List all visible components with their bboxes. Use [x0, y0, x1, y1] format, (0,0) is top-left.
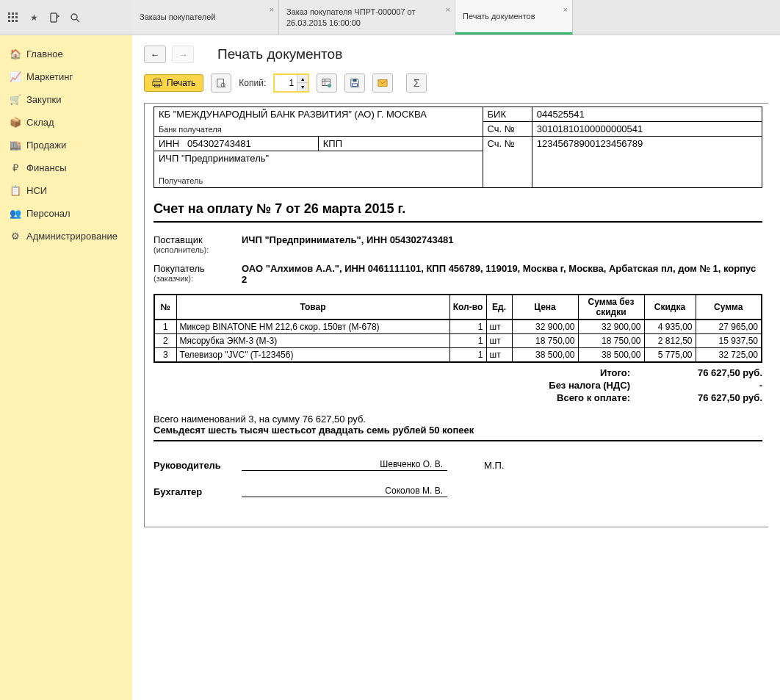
sidebar-item-sales[interactable]: 🏬Продажи — [0, 134, 132, 156]
svg-rect-12 — [153, 82, 162, 85]
close-icon[interactable]: × — [563, 4, 568, 15]
history-icon[interactable] — [48, 12, 60, 24]
sidebar-item-admin[interactable]: ⚙Администрирование — [0, 225, 132, 248]
supplier-sublabel: (исполнитель): — [154, 245, 227, 254]
bik-value: 044525541 — [537, 109, 585, 120]
divider — [154, 221, 762, 223]
total-topay: 76 627,50 руб. — [630, 392, 762, 403]
svg-rect-9 — [51, 13, 57, 22]
col-name: Товар — [176, 295, 449, 320]
acc-label: Сч. № — [488, 123, 515, 134]
buyer-value: ОАО "Алхимов А.А.", ИНН 0461111101, КПП … — [242, 263, 762, 285]
sidebar-item-label: Главное — [26, 48, 63, 59]
sidebar-item-marketing[interactable]: 📈Маркетинг — [0, 65, 132, 88]
divider — [154, 440, 762, 441]
svg-rect-6 — [8, 20, 10, 22]
svg-rect-8 — [15, 20, 18, 22]
acc-value: 12345678900123456789 — [537, 138, 643, 149]
copies-stepper[interactable]: ▲ ▼ — [273, 73, 309, 93]
svg-rect-0 — [8, 12, 10, 15]
tab-print-docs[interactable]: Печать документов × — [455, 0, 573, 35]
sidebar-item-personnel[interactable]: 👥Персонал — [0, 202, 132, 225]
sidebar-item-finance[interactable]: ₽Финансы — [0, 156, 132, 179]
head-name: Шевченко О. В. — [242, 459, 447, 471]
printer-icon — [152, 78, 162, 88]
supplier-value: ИЧП "Предприниматель", ИНН 054302743481 — [242, 234, 762, 254]
summary: Всего наименований 3, на сумму 76 627,50… — [154, 414, 762, 436]
print-button[interactable]: Печать — [144, 74, 203, 92]
sidebar-item-nsi[interactable]: 📋НСИ — [0, 179, 132, 202]
inn-value: 054302743481 — [187, 138, 251, 149]
tab-orders[interactable]: Заказы покупателей × — [132, 0, 279, 35]
close-icon[interactable]: × — [270, 4, 274, 15]
supplier-label: Поставщик — [154, 234, 227, 245]
sigma-button[interactable]: Σ — [406, 73, 427, 93]
col-sum: Сумма — [696, 295, 762, 320]
apps-icon[interactable] — [7, 12, 19, 24]
chart-icon: 📈 — [10, 72, 21, 82]
total-novat: - — [630, 380, 762, 391]
forward-button[interactable]: → — [172, 46, 194, 63]
sidebar-item-label: Финансы — [26, 162, 67, 173]
svg-point-10 — [71, 14, 77, 20]
list-icon: 📋 — [10, 186, 21, 196]
gear-icon: ⚙ — [10, 231, 21, 242]
save-button[interactable] — [344, 73, 365, 93]
buyer-label: Покупатель — [154, 263, 227, 274]
nav-row: ← → Печать документов — [144, 46, 768, 63]
tab-label: Заказ покупателя ЧПРТ-000007 от 26.03.20… — [286, 7, 447, 28]
col-qty: Кол-во — [449, 295, 486, 320]
acc-label: Бухгалтер — [154, 486, 242, 497]
preview-button[interactable] — [211, 73, 231, 93]
total-itogo-label: Итого: — [600, 367, 630, 378]
copies-down[interactable]: ▼ — [297, 83, 308, 91]
kpp-label: КПП — [323, 138, 342, 149]
summary-words: Семьдесят шесть тысяч шестьсот двадцать … — [154, 425, 762, 436]
bank-table: КБ "МЕЖДУНАРОДНЫЙ БАНК РАЗВИТИЯ" (АО) Г.… — [154, 107, 762, 188]
head-label: Руководитель — [154, 460, 242, 471]
mail-button[interactable] — [372, 73, 393, 93]
table-row: 2Мясорубка ЭКМ-3 (M-3)1шт18 750,0018 750… — [154, 334, 762, 348]
col-price: Цена — [512, 295, 578, 320]
settings-button[interactable] — [317, 73, 337, 93]
sidebar-item-label: Администрирование — [26, 231, 118, 242]
bank-name: КБ "МЕЖДУНАРОДНЫЙ БАНК РАЗВИТИЯ" (АО) Г.… — [159, 109, 427, 120]
acc-name: Соколов М. В. — [242, 486, 447, 497]
sidebar-item-main[interactable]: 🏠Главное — [0, 43, 132, 65]
sidebar-item-warehouse[interactable]: 📦Склад — [0, 111, 132, 134]
document: КБ "МЕЖДУНАРОДНЫЙ БАНК РАЗВИТИЯ" (АО) Г.… — [148, 107, 768, 527]
svg-rect-11 — [154, 79, 161, 82]
col-n: № — [154, 295, 176, 320]
sidebar: 🏠Главное 📈Маркетинг 🛒Закупки 📦Склад 🏬Про… — [0, 35, 132, 700]
preview-icon — [216, 78, 226, 88]
sidebar-item-purchases[interactable]: 🛒Закупки — [0, 88, 132, 111]
shop-icon: 🏬 — [10, 140, 21, 151]
search-icon[interactable] — [69, 12, 81, 24]
print-label: Печать — [167, 78, 195, 88]
page-title: Печать документов — [217, 46, 342, 62]
tab-order[interactable]: Заказ покупателя ЧПРТ-000007 от 26.03.20… — [279, 0, 455, 35]
copies-label: Копий: — [239, 78, 266, 88]
table-gear-icon — [322, 78, 332, 88]
close-icon[interactable]: × — [446, 4, 450, 15]
tab-label: Заказы покупателей — [140, 12, 271, 22]
top-bar: ★ Заказы покупателей × Заказ покупателя … — [0, 0, 780, 35]
star-icon[interactable]: ★ — [28, 12, 40, 24]
summary-line: Всего наименований 3, на сумму 76 627,50… — [154, 414, 762, 425]
copies-input[interactable] — [275, 76, 297, 90]
buyer-sublabel: (заказчик): — [154, 274, 227, 283]
svg-rect-3 — [8, 16, 10, 18]
signatures: Руководитель Шевченко О. В. М.П. Бухгалт… — [154, 459, 762, 497]
copies-up[interactable]: ▲ — [297, 75, 308, 83]
floppy-icon — [350, 78, 360, 88]
back-button[interactable]: ← — [144, 46, 166, 63]
people-icon: 👥 — [10, 209, 21, 219]
home-icon: 🏠 — [10, 49, 21, 59]
svg-point-17 — [328, 84, 331, 87]
svg-rect-4 — [12, 16, 14, 18]
inn-label: ИНН — [159, 138, 179, 149]
sidebar-item-label: Персонал — [26, 208, 71, 219]
col-unit: Ед. — [486, 295, 512, 320]
sidebar-item-label: Продажи — [26, 140, 66, 151]
coin-icon: ₽ — [10, 163, 21, 173]
